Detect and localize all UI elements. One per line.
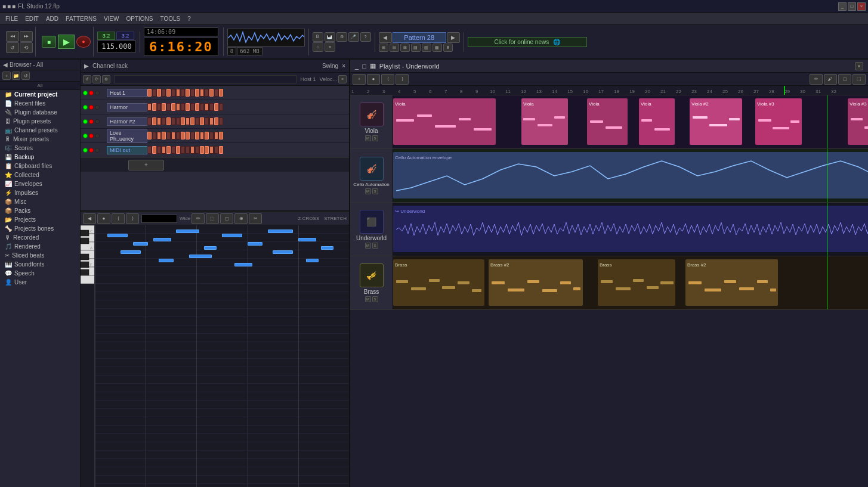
playlist-minimize[interactable]: _: [355, 63, 359, 70]
pattern-tool-5[interactable]: ▥: [422, 44, 431, 52]
pr-prev-btn[interactable]: ⟨: [112, 213, 125, 224]
btn-forward[interactable]: ▸▸: [20, 31, 33, 42]
viola-mute-btn[interactable]: M: [365, 135, 371, 141]
pl-prev-btn[interactable]: ⟨: [381, 74, 394, 85]
browser-item-backup[interactable]: 💾 Backup: [0, 153, 80, 162]
viola-track-content[interactable]: Viola Viola: [393, 95, 868, 148]
pl-tool-erase[interactable]: ◻: [838, 74, 851, 85]
browser-item-envelopes[interactable]: 📈 Envelopes: [0, 179, 80, 188]
led-red-4[interactable]: [89, 148, 94, 153]
note-block[interactable]: [321, 246, 333, 250]
pattern-tool-6[interactable]: ▦: [433, 44, 442, 52]
note-block[interactable]: [273, 250, 293, 254]
browser-item-clipboard[interactable]: 📋 Clipboard files: [0, 162, 80, 170]
brass-mute-btn[interactable]: M: [365, 296, 371, 302]
pr-record-btn[interactable]: ●: [97, 213, 110, 224]
menu-options[interactable]: OPTIONS: [123, 15, 156, 23]
viola-solo-btn[interactable]: S: [372, 135, 378, 141]
underworld-mute-btn[interactable]: M: [365, 243, 371, 249]
browser-item-user[interactable]: 👤 User: [0, 278, 80, 287]
pr-tool-slice[interactable]: ✂: [249, 213, 262, 224]
note-block[interactable]: [204, 246, 217, 250]
browser-refresh[interactable]: ↺: [21, 72, 30, 80]
note-block[interactable]: [222, 234, 242, 237]
note-block[interactable]: [176, 229, 199, 233]
btn-play[interactable]: ▶: [58, 35, 75, 49]
browser-item-plugin-presets[interactable]: 🎛 Plugin presets: [0, 117, 80, 126]
pattern-tool-4[interactable]: ▤: [411, 44, 421, 52]
browser-item-collected[interactable]: ⭐ Collected: [0, 170, 80, 179]
playlist-close[interactable]: ×: [855, 62, 863, 70]
led-off-2[interactable]: [95, 119, 100, 124]
ch-name-2[interactable]: Harmor #2: [107, 117, 147, 126]
pl-tool-select[interactable]: ⬚: [852, 74, 866, 85]
minimize-btn[interactable]: _: [838, 2, 847, 11]
menu-add[interactable]: ADD: [43, 15, 61, 23]
browser-item-misc[interactable]: 📦 Misc: [0, 197, 80, 206]
tool-question[interactable]: ?: [360, 32, 371, 42]
pattern-tool-2[interactable]: ⊟: [390, 44, 399, 52]
pr-tool-select[interactable]: ⬚: [206, 213, 219, 224]
browser-item-plugin-db[interactable]: 🔌 Plugin database: [0, 108, 80, 117]
led-red-3[interactable]: [89, 134, 94, 138]
ch-name-1[interactable]: Harmor: [107, 103, 147, 111]
pr-next-btn[interactable]: ⟩: [126, 213, 139, 224]
pl-next-btn[interactable]: ⟩: [396, 74, 409, 85]
bpm-display[interactable]: 115.000: [97, 41, 136, 52]
maximize-btn[interactable]: □: [848, 2, 856, 11]
led-red-1[interactable]: [89, 105, 94, 110]
tool-piano-roll[interactable]: 🎹: [325, 32, 335, 42]
browser-item-projects-bones[interactable]: 🦴 Projects bones: [0, 224, 80, 233]
led-green-3[interactable]: [83, 134, 88, 138]
note-block[interactable]: [107, 234, 128, 237]
underworld-solo-btn[interactable]: S: [372, 243, 378, 249]
menu-patterns[interactable]: PATTERNS: [63, 15, 100, 23]
menu-edit[interactable]: EDIT: [22, 15, 42, 23]
led-green-0[interactable]: [83, 91, 88, 95]
ch-name-3[interactable]: Love Ph..uency: [107, 129, 147, 143]
browser-item-recorded[interactable]: 🎙 Recorded: [0, 233, 80, 242]
menu-help[interactable]: ?: [184, 15, 194, 23]
led-off-0[interactable]: [95, 91, 100, 95]
browser-nav-back[interactable]: ◀: [3, 61, 8, 68]
pl-tool-paint[interactable]: 🖌: [824, 74, 837, 85]
cello-auto-track-content[interactable]: Cello Automation envelope: [393, 149, 868, 202]
pr-tool-pencil[interactable]: ✏: [191, 213, 205, 224]
pr-nav-back[interactable]: ◀: [83, 213, 96, 224]
browser-item-speech[interactable]: 💬 Speech: [0, 269, 80, 278]
browser-item-impulses[interactable]: ⚡ Impulses: [0, 188, 80, 197]
led-red-0[interactable]: [89, 91, 94, 95]
snap-btn[interactable]: ⌂: [313, 42, 323, 52]
pattern-tool-7[interactable]: ⬇: [443, 44, 453, 52]
note-block[interactable]: [133, 242, 149, 246]
cello-auto-solo-btn[interactable]: S: [372, 188, 378, 194]
note-grid[interactable]: [95, 225, 349, 487]
ch-name-4[interactable]: MIDI out: [107, 146, 147, 154]
browser-item-scores[interactable]: 🎼 Scores: [0, 144, 80, 153]
playlist-maximize[interactable]: □: [362, 63, 366, 70]
note-block[interactable]: [268, 229, 294, 233]
browser-item-packs[interactable]: 📦 Packs: [0, 206, 80, 215]
next-pattern[interactable]: ▶: [447, 32, 460, 43]
led-off-4[interactable]: [95, 148, 100, 153]
pattern-tool-1[interactable]: ⊞: [379, 44, 388, 52]
tool-mixer[interactable]: 🎚: [313, 32, 323, 42]
btn-back[interactable]: ◂◂: [6, 31, 19, 42]
note-block[interactable]: [153, 238, 171, 241]
pl-add-btn[interactable]: +: [353, 74, 366, 85]
btn-loop[interactable]: ⟲: [20, 42, 33, 53]
news-ticker[interactable]: Click for online news 🌐: [468, 37, 587, 47]
led-green-1[interactable]: [83, 105, 88, 110]
browser-item-current-project[interactable]: 📁 Current project: [0, 90, 80, 99]
led-red-2[interactable]: [89, 119, 94, 124]
menu-file[interactable]: FILE: [2, 15, 21, 23]
pr-tool-erase[interactable]: ◻: [220, 213, 233, 224]
rack-nav-btn[interactable]: ▶: [84, 63, 89, 69]
led-green-4[interactable]: [83, 148, 88, 153]
browser-item-rendered[interactable]: 🎵 Rendered: [0, 242, 80, 251]
browser-item-channel-presets[interactable]: 📺 Channel presets: [0, 126, 80, 135]
rack-close-btn[interactable]: ×: [342, 63, 345, 69]
note-block[interactable]: [234, 263, 252, 266]
btn-record[interactable]: ●: [76, 36, 91, 48]
prev-pattern[interactable]: ◀: [379, 32, 392, 43]
